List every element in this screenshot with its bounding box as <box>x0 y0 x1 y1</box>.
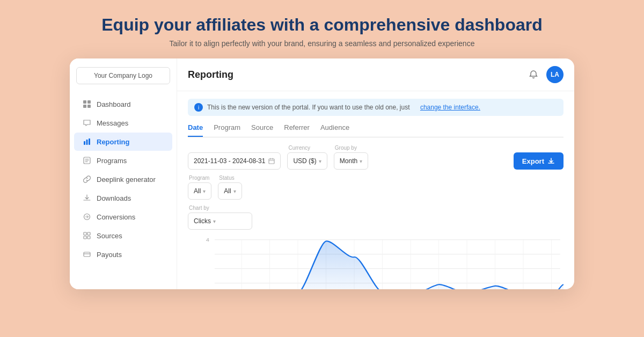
sidebar-label-downloads: Downloads <box>97 194 131 202</box>
currency-label: Currency <box>288 145 327 151</box>
sidebar-label-conversions: Conversions <box>97 213 135 221</box>
export-button[interactable]: Export <box>514 152 564 170</box>
svg-rect-10 <box>87 232 90 235</box>
reporting-icon <box>83 137 91 146</box>
program-group: Program All ▾ <box>188 175 211 200</box>
svg-rect-11 <box>84 236 86 239</box>
sidebar: Your Company Logo Dashboard Messages Rep… <box>70 58 177 289</box>
tab-program[interactable]: Program <box>214 123 240 137</box>
group-by-group: Group by Month ▾ <box>334 145 368 170</box>
svg-rect-14 <box>269 159 274 164</box>
chart-svg: 4 0 <box>188 234 564 289</box>
chart-by-label: Chart by <box>189 205 252 211</box>
hero-subtitle: Tailor it to align perfectly with your b… <box>170 39 475 48</box>
sidebar-item-dashboard[interactable]: Dashboard <box>74 95 172 113</box>
currency-value: USD ($) <box>293 157 316 165</box>
sidebar-label-payouts: Payouts <box>97 251 122 259</box>
main-content: Reporting LA i This is the new version o… <box>177 58 574 289</box>
currency-select[interactable]: USD ($) ▾ <box>287 152 327 170</box>
sidebar-item-sources[interactable]: Sources <box>74 226 172 245</box>
status-select[interactable]: All ▾ <box>218 182 241 200</box>
group-by-value: Month <box>340 157 357 165</box>
svg-rect-13 <box>84 252 90 257</box>
svg-rect-9 <box>84 232 86 235</box>
sidebar-label-reporting: Reporting <box>97 138 129 146</box>
filters-row-2: Program All ▾ Status All ▾ <box>188 175 564 200</box>
chevron-down-icon-4: ▾ <box>233 188 236 194</box>
chevron-down-icon-3: ▾ <box>203 188 206 194</box>
program-value: All <box>194 187 201 195</box>
topbar-icons: LA <box>527 66 564 83</box>
svg-rect-3 <box>87 105 91 108</box>
svg-rect-2 <box>83 105 86 108</box>
status-label: Status <box>219 175 241 181</box>
sidebar-item-messages[interactable]: Messages <box>74 114 172 132</box>
status-group: Status All ▾ <box>218 175 241 200</box>
svg-rect-0 <box>83 100 86 104</box>
info-banner-text: This is the new version of the portal. I… <box>207 104 410 111</box>
message-icon <box>83 119 91 127</box>
sidebar-item-conversions[interactable]: Conversions <box>74 208 172 226</box>
svg-rect-12 <box>87 236 90 239</box>
chevron-down-icon-5: ▾ <box>213 218 216 224</box>
filters-row-1: 2021-11-03 - 2024-08-31 Currency USD ($)… <box>188 145 564 170</box>
hero-title: Equip your affiliates with a comprehensi… <box>101 15 543 35</box>
chart-by-select[interactable]: Clicks ▾ <box>188 213 252 230</box>
program-select[interactable]: All ▾ <box>188 182 211 200</box>
chevron-down-icon-2: ▾ <box>360 158 362 164</box>
sidebar-item-payouts[interactable]: Payouts <box>74 245 172 263</box>
chart-by-value: Clicks <box>194 217 211 225</box>
link-icon <box>83 175 91 184</box>
app-window: Your Company Logo Dashboard Messages Rep… <box>70 58 574 289</box>
content-area: i This is the new version of the portal.… <box>177 91 574 289</box>
program-label: Program <box>189 175 211 181</box>
sidebar-item-downloads[interactable]: Downloads <box>74 189 172 207</box>
company-logo: Your Company Logo <box>76 67 170 84</box>
page-title: Reporting <box>188 69 233 80</box>
date-range-input[interactable]: 2021-11-03 - 2024-08-31 <box>188 152 281 170</box>
svg-text:4: 4 <box>206 237 209 243</box>
sidebar-item-deeplink[interactable]: Deeplink generator <box>74 170 172 188</box>
info-icon: i <box>194 103 203 112</box>
svg-rect-1 <box>87 100 91 104</box>
download-icon <box>83 194 91 202</box>
sidebar-label-deeplink: Deeplink generator <box>97 175 156 184</box>
sidebar-label-sources: Sources <box>97 232 122 240</box>
sidebar-label-dashboard: Dashboard <box>97 100 131 108</box>
chart-by-group: Chart by Clicks ▾ <box>188 205 252 230</box>
info-banner: i This is the new version of the portal.… <box>188 99 564 116</box>
svg-rect-6 <box>89 138 90 145</box>
sidebar-item-programs[interactable]: Programs <box>74 151 172 170</box>
grid-icon <box>83 100 91 108</box>
change-interface-link[interactable]: change the interface. <box>420 104 480 111</box>
tabs: Date Program Source Referrer Audience <box>188 123 564 137</box>
bell-icon[interactable] <box>527 68 540 81</box>
avatar: LA <box>546 66 564 83</box>
topbar: Reporting LA <box>177 58 574 91</box>
chevron-down-icon: ▾ <box>319 158 321 164</box>
tab-audience[interactable]: Audience <box>320 123 349 137</box>
sidebar-label-programs: Programs <box>97 157 127 165</box>
date-range-value: 2021-11-03 - 2024-08-31 <box>194 157 265 165</box>
date-range-group: 2021-11-03 - 2024-08-31 <box>188 152 281 170</box>
svg-rect-5 <box>86 140 88 145</box>
currency-group: Currency USD ($) ▾ <box>287 145 327 170</box>
sources-icon <box>83 231 91 240</box>
tab-referrer[interactable]: Referrer <box>284 123 310 137</box>
export-label: Export <box>522 157 544 165</box>
programs-icon <box>83 156 91 165</box>
tab-source[interactable]: Source <box>251 123 273 137</box>
group-by-select[interactable]: Month ▾ <box>334 152 368 170</box>
conversions-icon <box>83 213 91 221</box>
sidebar-label-messages: Messages <box>97 119 128 127</box>
group-by-label: Group by <box>335 145 368 151</box>
tab-date[interactable]: Date <box>188 123 203 137</box>
payouts-icon <box>83 250 91 259</box>
filters-row-3: Chart by Clicks ▾ <box>188 205 564 230</box>
chart-area: 4 0 <box>188 234 564 289</box>
status-value: All <box>224 187 231 195</box>
svg-rect-4 <box>84 141 85 145</box>
sidebar-item-reporting[interactable]: Reporting <box>74 133 172 151</box>
